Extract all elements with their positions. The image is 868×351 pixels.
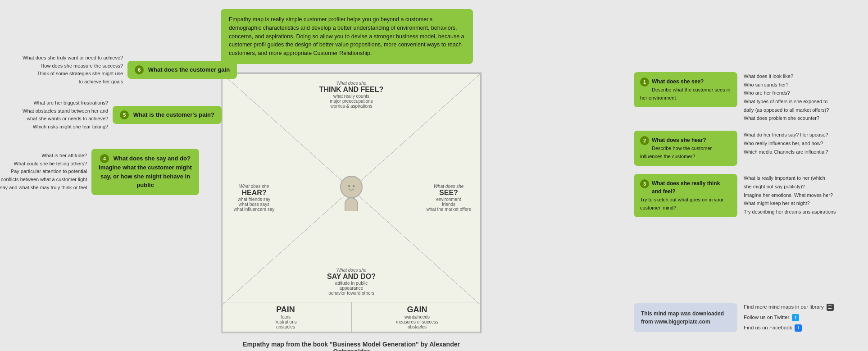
facebook-icon: f <box>795 324 802 332</box>
group5-text2: What obstacles stand between her andwhat… <box>23 107 108 123</box>
em-see-sub3: what the market offers <box>419 207 478 212</box>
description-box: Empathy map is really simple customer pr… <box>221 9 473 64</box>
em-pain-title: PAIN <box>259 305 313 315</box>
em-vert-separator <box>351 302 352 332</box>
em-gain-sub1: wants/needs <box>390 315 444 319</box>
social-link-twitter[interactable]: Follow us on Twitter t <box>744 312 834 323</box>
info-badge-text: This mind map was downloaded from www.bi… <box>641 310 724 325</box>
group5-text3: Which risks might she fear taking? <box>23 123 108 131</box>
em-think-label: What does she <box>306 81 396 86</box>
em-gain-section: GAIN wants/needs measures of success obs… <box>390 305 444 329</box>
group5-num: 5 <box>120 110 129 119</box>
item-group-4: What is her attitude? What could she be … <box>0 149 199 195</box>
em-see-title: SEE? <box>419 189 478 197</box>
right-3-text3: What might keep her at night? <box>744 199 836 208</box>
em-see-sub2: friends <box>419 202 478 207</box>
em-say-title: SAY AND DO? <box>306 273 396 281</box>
em-pain-sub1: fears <box>259 315 313 319</box>
group4-num: 4 <box>100 154 109 163</box>
library-icon: ☰ <box>827 304 834 311</box>
em-pain-section: PAIN fears frustrations obstacles <box>259 305 313 329</box>
right-3-text2: Imagine her emotions. What moves her? <box>744 191 836 200</box>
group6-text1: What does she truly want or need to achi… <box>23 54 123 62</box>
right-1-text1: What does it look like? <box>744 72 829 81</box>
group4-texts: What is her attitude? What could she be … <box>0 152 87 191</box>
social-link-library[interactable]: Find more mind maps in our library ☰ <box>744 302 834 312</box>
group6-text2: How does she measure the success? <box>23 62 123 70</box>
group4-text3: Pay particular attention to potentialcon… <box>0 168 87 191</box>
right-1-text2: Who surrounds her? <box>744 81 829 89</box>
em-gain-sub2: measures of success <box>390 319 444 324</box>
group6-label: What does the customer gain <box>148 66 230 73</box>
bottom-info: This mind map was downloaded from www.bi… <box>634 302 859 333</box>
right-badge-1: 1 What does she see? Describe what the c… <box>634 72 737 107</box>
group6-text3: Think of some strategies she might useto… <box>23 70 123 86</box>
right-1-text5: What does problem she ecounter? <box>744 114 829 123</box>
right-3-text1: What is really important to her (whichsh… <box>744 174 836 191</box>
description-text: Empathy map is really simple customer pr… <box>229 16 464 56</box>
right-texts-1: What does it look like? Who surrounds he… <box>744 72 829 123</box>
info-badge: This mind map was downloaded from www.bi… <box>634 303 737 332</box>
em-think-sub1: what really counts <box>306 94 396 99</box>
em-hear-sub3: what influencers say <box>225 207 283 212</box>
item-group-6: What does she truly want or need to achi… <box>23 54 237 86</box>
right-2-text1: What do her friends say? Her spouse? <box>744 131 828 139</box>
em-hear-label: What does she <box>225 184 283 189</box>
svg-point-0 <box>348 185 350 187</box>
group6-badge: 6 What does the customer gain <box>127 61 237 79</box>
em-see-label: What does she <box>419 184 478 189</box>
social-library-text: Find more mind maps in our library <box>744 302 824 312</box>
right-title-1: What does she see? <box>652 78 704 85</box>
em-hear-sub1: what friends say <box>225 197 283 202</box>
svg-point-1 <box>353 185 354 187</box>
group6-texts: What does she truly want or need to achi… <box>23 54 123 86</box>
em-say-label: What does she <box>306 268 396 273</box>
right-sub-3: Try to sketch out what goes on in your c… <box>640 197 723 210</box>
em-gain-title: GAIN <box>390 305 444 315</box>
right-texts-2: What do her friends say? Her spouse? Who… <box>744 131 828 156</box>
right-2-text2: Who really influences her, and how? <box>744 139 828 148</box>
right-item-1: 1 What does she see? Describe what the c… <box>634 72 859 123</box>
right-sub-1: Describe what the customer sees in her e… <box>640 87 730 100</box>
em-say-sub3: behavior toward others <box>306 291 396 296</box>
social-facebook-text: Find us on Facebook <box>744 323 792 333</box>
right-num-3: 3 <box>640 179 649 188</box>
group4-text2: What could she be telling others? <box>0 160 87 168</box>
group5-label: What is the customer's pain? <box>133 111 214 118</box>
em-body <box>345 197 358 211</box>
right-2-text3: Which media Channels are influential? <box>744 148 828 156</box>
social-link-facebook[interactable]: Find us on Facebook f <box>744 323 834 333</box>
right-title-3: What does she really think and feel? <box>652 180 720 195</box>
group4-label: What does she say and do?Imagine what th… <box>99 155 192 188</box>
em-gain-sub3: obstacles <box>390 324 444 329</box>
em-say-section: What does she SAY AND DO? attitude in pu… <box>306 268 396 296</box>
right-sub-2: Describe how the customer influences the… <box>640 146 712 159</box>
em-hear-title: HEAR? <box>225 189 283 197</box>
right-texts-3: What is really important to her (whichsh… <box>744 174 836 216</box>
social-links: Find more mind maps in our library ☰ Fol… <box>744 302 834 333</box>
em-pain-sub2: frustrations <box>259 319 313 324</box>
right-item-3: 3 What does she really think and feel? T… <box>634 174 859 217</box>
right-title-2: What does she hear? <box>652 137 706 143</box>
right-badge-2: 2 What does she hear? Describe how the c… <box>634 131 737 166</box>
map-caption: Empathy map from the book "Business Mode… <box>239 341 464 351</box>
group4-badge: 4 What does she say and do?Imagine what … <box>91 149 199 195</box>
empathy-map-inner: What does she THINK AND FEEL? what reall… <box>222 73 481 333</box>
right-section: 1 What does she see? Describe what the c… <box>634 72 859 225</box>
right-1-text3: Who are her friends? <box>744 89 829 97</box>
right-item-2: 2 What does she hear? Describe how the c… <box>634 131 859 166</box>
em-center-figure <box>336 176 367 212</box>
right-1-text4: What types of offers is she exposed toda… <box>744 97 829 114</box>
em-pain-sub3: obstacles <box>259 324 313 329</box>
group6-num: 6 <box>135 65 144 74</box>
em-see-sub1: environment <box>419 197 478 202</box>
social-twitter-text: Follow us on Twitter <box>744 312 789 323</box>
twitter-icon: t <box>792 314 799 321</box>
em-think-sub2: major preoccupations <box>306 99 396 104</box>
empathy-map-container: What does she THINK AND FEEL? what reall… <box>221 72 482 333</box>
group4-text1: What is her attitude? <box>0 152 87 160</box>
right-num-1: 1 <box>640 77 649 87</box>
right-badge-3: 3 What does she really think and feel? T… <box>634 174 737 217</box>
em-hear-sub2: what boss says <box>225 202 283 207</box>
right-3-text4: Try describing her dreams ans aspiration… <box>744 208 836 216</box>
